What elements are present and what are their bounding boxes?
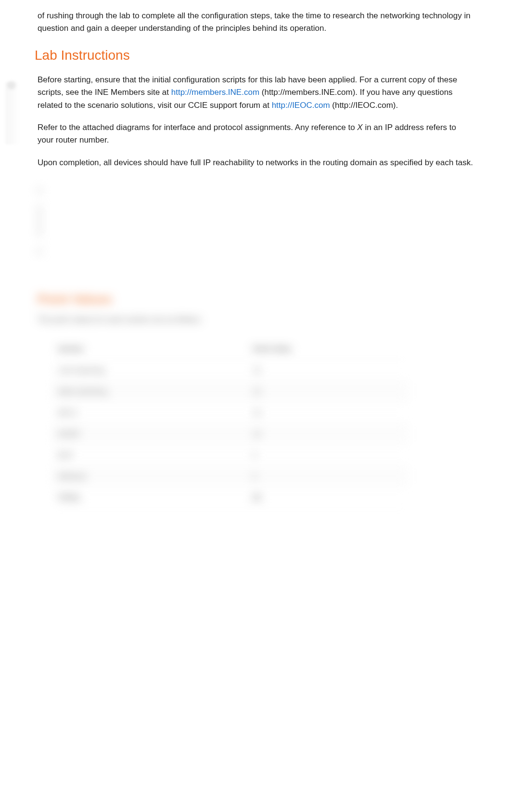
- table-row: LAN Switching 10: [52, 360, 408, 381]
- members-link[interactable]: http://members.INE.com: [171, 88, 259, 97]
- table-cell-section: EIGRP: [52, 423, 247, 445]
- table-cell-points: 5: [247, 445, 408, 466]
- lab-instructions-heading: Lab Instructions: [35, 48, 473, 63]
- table-cell-points: 10: [247, 423, 408, 445]
- table-cell-section: LAN Switching: [52, 360, 247, 381]
- ieoc-link[interactable]: http://IEOC.com: [272, 101, 330, 110]
- lab-paragraph-2: Refer to the attached diagrams for inter…: [38, 121, 473, 147]
- side-tab-handle[interactable]: [5, 82, 19, 144]
- table-head-points: Point Value: [247, 338, 408, 360]
- lab-paragraph-3: Upon completion, all devices should have…: [38, 157, 473, 169]
- table-cell-section: Multicast: [52, 466, 247, 487]
- table-totals-label: TOTAL: [52, 487, 247, 508]
- table-cell-points: 10: [247, 402, 408, 423]
- table-cell-points: 5: [247, 466, 408, 487]
- intro-paragraph: of rushing through the lab to complete a…: [38, 10, 473, 34]
- table-head-section: Section: [52, 338, 247, 360]
- lab-paragraph-1: Before starting, ensure that the initial…: [38, 74, 473, 112]
- table-cell-section: BGP: [52, 445, 247, 466]
- document-content: of rushing through the lab to complete a…: [0, 0, 511, 527]
- blurred-bullets: [38, 188, 473, 253]
- point-values-subtext: The point values for each section are as…: [38, 315, 473, 324]
- table-row: WAN Switching 10: [52, 381, 408, 402]
- table-row: BGP 5: [52, 445, 408, 466]
- point-values-table: Section Point Value LAN Switching 10 WAN…: [52, 338, 408, 508]
- table-cell-section: MPLS: [52, 402, 247, 423]
- table-cell-points: 10: [247, 381, 408, 402]
- table-row: MPLS 10: [52, 402, 408, 423]
- point-values-heading: Point Values: [38, 292, 473, 307]
- table-row-totals: TOTAL 50: [52, 487, 408, 508]
- variable-x: X: [357, 123, 362, 132]
- table-cell-points: 10: [247, 360, 408, 381]
- lab-p2-prefix: Refer to the attached diagrams for inter…: [38, 123, 357, 132]
- lab-p1-paren2: (http://IEOC.com).: [330, 101, 398, 110]
- table-totals-value: 50: [247, 487, 408, 508]
- table-cell-section: WAN Switching: [52, 381, 247, 402]
- table-row: Multicast 5: [52, 466, 408, 487]
- table-row: EIGRP 10: [52, 423, 408, 445]
- paywall-blurred-content: Point Values The point values for each s…: [38, 188, 473, 508]
